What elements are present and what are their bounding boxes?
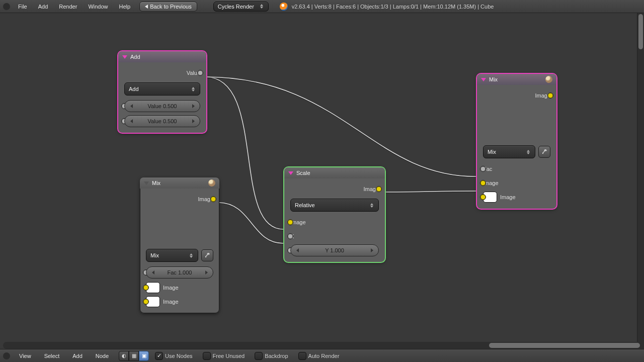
node-header[interactable]: Mix	[140, 177, 219, 189]
blender-logo-icon	[280, 3, 288, 11]
compositing-tree-button[interactable]: ▣	[139, 351, 149, 361]
math-mode-label: Add	[129, 86, 139, 92]
backdrop-checkbox[interactable]: Backdrop	[255, 352, 288, 360]
increment-icon[interactable]	[189, 101, 198, 112]
node-mix-1[interactable]: Mix Image Mix Fac	[140, 177, 219, 313]
blend-mode-dropdown[interactable]: Mix	[146, 249, 198, 262]
back-arrow-icon	[145, 5, 148, 9]
use-nodes-checkbox[interactable]: Use Nodes	[155, 352, 192, 360]
image2-label: Image	[500, 194, 516, 200]
node-header[interactable]: Mix	[477, 74, 556, 85]
checkbox-icon	[155, 352, 163, 360]
image2-input-socket[interactable]	[480, 194, 486, 200]
status-line: v2.63.4 | Verts:8 | Faces:6 | Objects:1/…	[292, 4, 494, 10]
editor-type-icon[interactable]	[3, 352, 10, 359]
eyedropper-button[interactable]	[201, 249, 213, 261]
checkbox-icon	[298, 352, 306, 360]
blend-mode-dropdown[interactable]: Mix	[483, 145, 535, 158]
node-add[interactable]: Add Value Add Value 0.500	[118, 51, 206, 133]
menu-window[interactable]: Window	[83, 2, 113, 11]
fac-input-socket[interactable]	[480, 166, 486, 172]
free-unused-label: Free Unused	[213, 353, 245, 359]
collapse-icon[interactable]	[288, 171, 293, 175]
increment-icon[interactable]	[202, 267, 211, 278]
auto-render-checkbox[interactable]: Auto Render	[298, 352, 340, 360]
node-title: Mix	[489, 76, 498, 82]
updown-icon	[189, 253, 194, 258]
decrement-icon[interactable]	[127, 116, 136, 127]
scrollbar-thumb[interactable]	[638, 14, 643, 49]
collapse-icon[interactable]	[481, 78, 486, 81]
space-dropdown[interactable]: Relative	[290, 199, 379, 212]
footer-view[interactable]: View	[14, 351, 36, 360]
footer-add[interactable]: Add	[67, 351, 88, 360]
updown-icon	[191, 87, 196, 92]
increment-icon[interactable]	[189, 116, 198, 127]
value1-field[interactable]: Value 0.500	[124, 100, 200, 112]
checkbox-icon	[203, 352, 211, 360]
y-text: Y 1.000	[325, 247, 344, 253]
scrollbar-thumb[interactable]	[489, 343, 640, 348]
node-header[interactable]: Add	[118, 51, 206, 62]
auto-render-label: Auto Render	[308, 353, 340, 359]
node-editor-canvas[interactable]: Add Value Add Value 0.500	[0, 13, 637, 342]
shader-tree-button[interactable]: ◐	[119, 351, 129, 361]
value2-field[interactable]: Value 0.500	[124, 115, 200, 127]
fac-field[interactable]: Fac 1.000	[146, 266, 213, 279]
preview-sphere-icon	[208, 179, 215, 187]
blend-mode-label: Mix	[150, 252, 159, 258]
node-header[interactable]: Scale	[284, 167, 385, 178]
render-engine-label: Cycles Render	[218, 4, 254, 10]
menu-bar: File Add Render Window Help Back to Prev…	[0, 0, 644, 13]
image-output-socket[interactable]	[376, 186, 382, 192]
image1-input-socket[interactable]	[143, 285, 149, 291]
image2-label: Image	[163, 299, 179, 305]
texture-tree-button[interactable]: ▦	[129, 351, 139, 361]
eyedropper-button[interactable]	[538, 146, 550, 158]
decrement-icon[interactable]	[148, 267, 157, 278]
backdrop-label: Backdrop	[265, 353, 288, 359]
image-output-socket[interactable]	[210, 196, 216, 202]
collapse-icon[interactable]	[144, 182, 149, 185]
node-tree-type-buttons: ◐ ▦ ▣	[119, 351, 149, 361]
image2-input-socket[interactable]	[143, 299, 149, 305]
updown-icon	[369, 203, 374, 208]
math-mode-dropdown[interactable]: Add	[124, 82, 200, 96]
editor-type-icon[interactable]	[3, 3, 10, 10]
eyedropper-icon	[204, 252, 210, 258]
image1-input-socket[interactable]	[480, 180, 486, 186]
vertical-scrollbar[interactable]: +	[637, 13, 644, 362]
increment-icon[interactable]	[367, 245, 376, 256]
render-engine-dropdown[interactable]: Cycles Render	[213, 2, 269, 12]
preview-sphere-icon	[545, 76, 552, 83]
menu-help[interactable]: Help	[114, 2, 136, 11]
checkbox-icon	[255, 352, 263, 360]
decrement-icon[interactable]	[127, 101, 136, 112]
node-title: Scale	[296, 170, 310, 176]
image-output-socket[interactable]	[547, 93, 553, 99]
footer-select[interactable]: Select	[39, 351, 65, 360]
image-input-socket[interactable]	[287, 219, 293, 225]
node-editor-header: View Select Add Node ◐ ▦ ▣ Use Nodes Fre…	[0, 349, 644, 362]
updown-icon	[526, 150, 531, 154]
node-mix-2[interactable]: Mix Image Mix Fac	[477, 74, 556, 209]
node-title: Mix	[152, 180, 160, 186]
collapse-icon[interactable]	[122, 55, 127, 59]
back-to-previous-button[interactable]: Back to Previous	[139, 2, 197, 12]
value-output-socket[interactable]	[197, 70, 203, 76]
horizontal-scrollbar[interactable]	[3, 342, 641, 349]
back-label: Back to Previous	[150, 4, 192, 10]
blend-mode-label: Mix	[488, 149, 496, 155]
eyedropper-icon	[541, 149, 547, 155]
menu-add[interactable]: Add	[33, 2, 53, 11]
menu-file[interactable]: File	[13, 2, 32, 11]
node-scale[interactable]: Scale Image Relative Image X	[284, 167, 385, 262]
x-input-socket[interactable]	[287, 233, 293, 239]
decrement-icon[interactable]	[293, 245, 302, 256]
menu-render[interactable]: Render	[54, 2, 82, 11]
footer-node[interactable]: Node	[91, 351, 114, 360]
free-unused-checkbox[interactable]: Free Unused	[203, 352, 245, 360]
value2-text: Value 0.500	[148, 118, 177, 124]
y-field[interactable]: Y 1.000	[290, 244, 379, 256]
space-label: Relative	[295, 202, 315, 208]
